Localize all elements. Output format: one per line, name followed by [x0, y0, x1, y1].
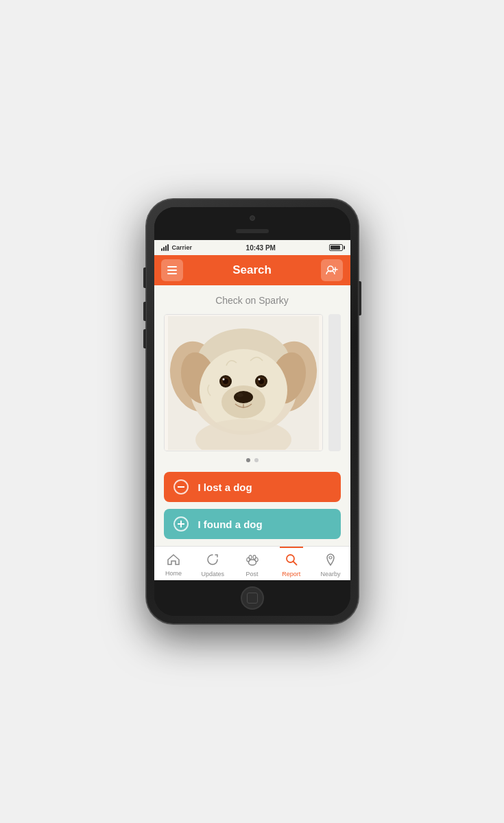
status-bar: Carrier 10:43 PM — [154, 240, 350, 255]
second-image-card — [328, 314, 341, 451]
action-buttons: I lost a dog I found a dog — [164, 472, 341, 539]
add-person-icon — [326, 265, 338, 275]
paw-icon — [245, 553, 259, 569]
home-icon — [167, 554, 180, 569]
tab-nearby-label: Nearby — [320, 571, 340, 577]
tab-report[interactable]: Report — [272, 547, 311, 580]
volume-down-button[interactable] — [143, 329, 146, 348]
home-button-inner — [247, 593, 258, 604]
hamburger-icon — [167, 266, 177, 274]
phone-inner: Carrier 10:43 PM Sear — [154, 207, 350, 616]
search-icon — [285, 553, 298, 569]
menu-button[interactable] — [161, 259, 183, 281]
svg-line-32 — [293, 562, 296, 565]
tab-updates-label: Updates — [202, 571, 225, 577]
app-header: Search — [154, 255, 350, 285]
lost-dog-button[interactable]: I lost a dog — [164, 472, 341, 502]
dot-1 — [246, 458, 250, 462]
battery-icon — [329, 244, 343, 251]
updates-icon — [206, 553, 219, 569]
tab-post[interactable]: Post — [232, 547, 272, 580]
svg-point-21 — [237, 393, 243, 397]
tab-home-label: Home — [165, 570, 182, 577]
svg-point-30 — [253, 556, 256, 560]
tab-home[interactable]: Home — [154, 547, 193, 580]
dog-image-card — [164, 314, 323, 451]
volume-up-button[interactable] — [143, 302, 146, 321]
found-dog-button[interactable]: I found a dog — [164, 509, 341, 539]
svg-point-14 — [222, 378, 224, 380]
signal-bars — [161, 244, 169, 251]
screen: Carrier 10:43 PM Sear — [154, 240, 350, 580]
time-label: 10:43 PM — [246, 244, 276, 252]
status-right — [329, 244, 343, 251]
tab-post-label: Post — [246, 571, 259, 577]
location-icon — [326, 553, 335, 569]
tab-report-label: Report — [282, 571, 300, 577]
found-icon — [173, 516, 189, 532]
tab-bar: Home Updates — [154, 546, 350, 580]
subtitle: Check on Sparky — [215, 295, 289, 306]
tab-nearby[interactable]: Nearby — [311, 547, 350, 580]
image-carousel[interactable] — [164, 314, 341, 451]
found-dog-label: I found a dog — [198, 518, 263, 530]
battery-fill — [331, 246, 340, 250]
top-bezel — [154, 207, 350, 240]
main-content: Check on Sparky — [154, 285, 350, 546]
phone-frame: Carrier 10:43 PM Sear — [146, 199, 359, 624]
home-button[interactable] — [241, 586, 264, 610]
svg-point-29 — [249, 556, 252, 560]
dog-image — [165, 315, 322, 451]
svg-point-20 — [234, 391, 253, 403]
carrier-label: Carrier — [172, 244, 193, 251]
lost-dog-label: I lost a dog — [198, 481, 252, 493]
dog-face-svg — [168, 316, 319, 450]
status-left: Carrier — [161, 244, 193, 251]
add-contact-button[interactable] — [321, 259, 343, 281]
minus-icon — [178, 486, 184, 488]
tab-updates[interactable]: Updates — [193, 547, 232, 580]
camera — [250, 215, 255, 221]
svg-point-18 — [258, 378, 260, 380]
header-title: Search — [232, 263, 272, 277]
plus-icon — [178, 521, 184, 527]
dot-2 — [254, 458, 259, 462]
bottom-bezel — [154, 580, 350, 616]
svg-point-33 — [329, 556, 332, 559]
speaker — [236, 229, 269, 233]
lost-icon — [173, 479, 189, 494]
carousel-dots — [246, 458, 259, 462]
